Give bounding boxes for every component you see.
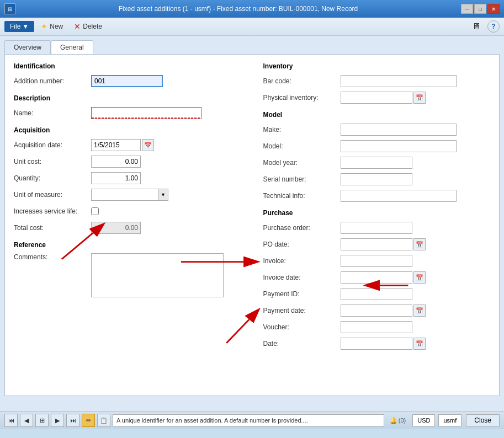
new-button[interactable]: ✦ New bbox=[36, 20, 67, 33]
payment-date-input[interactable] bbox=[341, 305, 412, 317]
total-cost-label: Total cost: bbox=[14, 224, 91, 232]
model-input[interactable] bbox=[341, 140, 457, 152]
payment-date-calendar-button[interactable]: 📅 bbox=[413, 305, 426, 317]
bar-code-input[interactable] bbox=[341, 75, 457, 87]
tab-overview[interactable]: Overview bbox=[4, 40, 51, 54]
close-bottom-button[interactable]: Close bbox=[466, 414, 500, 426]
purchase-order-label: Purchase order: bbox=[263, 224, 341, 232]
purchase-section-title: Purchase bbox=[263, 209, 491, 217]
po-date-label: PO date: bbox=[263, 241, 341, 248]
quantity-input[interactable] bbox=[91, 172, 141, 184]
title-bar: ⊞ Fixed asset additions (1 - usmf) - Fix… bbox=[0, 0, 504, 18]
increases-service-life-label: Increases service life: bbox=[14, 207, 91, 215]
serial-number-input[interactable] bbox=[341, 173, 412, 185]
addition-number-label: Addition number: bbox=[14, 77, 91, 85]
invoice-date-input[interactable] bbox=[341, 271, 412, 284]
close-button[interactable]: ✕ bbox=[487, 4, 500, 14]
nav-edit-button[interactable]: ✏ bbox=[82, 414, 95, 427]
invoice-date-calendar-button[interactable]: 📅 bbox=[413, 271, 426, 284]
notification-bell: 🔔 (0) bbox=[386, 416, 409, 425]
bar-code-row: Bar code: bbox=[263, 74, 491, 88]
po-date-input[interactable] bbox=[341, 238, 412, 250]
nav-first-button[interactable]: ⏮ bbox=[4, 414, 18, 427]
comments-textarea[interactable] bbox=[91, 253, 224, 297]
toolbar: File ▼ ✦ New ✕ Delete 🖥 ? bbox=[0, 18, 504, 36]
date-calendar-button[interactable]: 📅 bbox=[413, 338, 426, 350]
total-cost-row: Total cost: bbox=[14, 221, 241, 234]
unit-of-measure-row: Unit of measure: ▼ bbox=[14, 188, 241, 201]
addition-number-row: Addition number: bbox=[14, 74, 241, 88]
serial-number-row: Serial number: bbox=[263, 173, 491, 186]
physical-inventory-calendar-button[interactable]: 📅 bbox=[413, 92, 426, 104]
app-icon: ⊞ bbox=[4, 3, 15, 14]
window-controls: ─ □ ✕ bbox=[461, 4, 500, 14]
nav-last-button[interactable]: ⏭ bbox=[66, 414, 79, 427]
help-button[interactable]: ? bbox=[487, 20, 500, 33]
monitor-icon-button[interactable]: 🖥 bbox=[468, 20, 485, 33]
delete-label: Delete bbox=[83, 23, 102, 30]
left-column: Identification Addition number: Descript… bbox=[14, 62, 241, 354]
delete-button[interactable]: ✕ Delete bbox=[70, 20, 107, 33]
bell-icon: 🔔 bbox=[390, 417, 397, 424]
model-year-row: Model year: bbox=[263, 156, 491, 169]
right-column: Inventory Bar code: Physical inventory: … bbox=[263, 62, 491, 354]
description-section-title: Description bbox=[14, 94, 241, 102]
maximize-button[interactable]: □ bbox=[474, 4, 486, 14]
unit-of-measure-dropdown-arrow[interactable]: ▼ bbox=[158, 189, 168, 200]
voucher-input[interactable] bbox=[341, 321, 412, 333]
acquisition-section-title: Acquisition bbox=[14, 126, 241, 134]
model-year-input[interactable] bbox=[341, 157, 412, 169]
form-columns: Identification Addition number: Descript… bbox=[14, 62, 490, 354]
bottom-bar: ⏮ ◀ ⊞ ▶ ⏭ ✏ 📋 A unique identifier for an… bbox=[0, 411, 504, 429]
physical-inventory-input[interactable] bbox=[341, 92, 412, 104]
file-arrow: ▼ bbox=[22, 23, 29, 30]
nav-prev-button[interactable]: ◀ bbox=[20, 414, 33, 427]
date-row: Date: 📅 bbox=[263, 337, 491, 350]
invoice-input[interactable] bbox=[341, 255, 412, 267]
total-cost-input bbox=[91, 222, 141, 234]
quantity-row: Quantity: bbox=[14, 172, 241, 185]
nav-copy-button[interactable]: 📋 bbox=[97, 414, 110, 427]
make-input[interactable] bbox=[341, 124, 457, 136]
unit-of-measure-select-wrapper: ▼ bbox=[91, 189, 168, 201]
unit-of-measure-label: Unit of measure: bbox=[14, 191, 91, 199]
tab-bar: Overview General bbox=[4, 40, 500, 54]
unit-cost-input[interactable] bbox=[91, 156, 141, 168]
delete-icon: ✕ bbox=[74, 22, 81, 31]
nav-next-button[interactable]: ▶ bbox=[51, 414, 64, 427]
increases-service-life-row: Increases service life: bbox=[14, 205, 241, 218]
company-indicator: usmf bbox=[438, 414, 461, 426]
payment-id-input[interactable] bbox=[341, 288, 412, 300]
make-label: Make: bbox=[263, 126, 341, 133]
invoice-date-row: Invoice date: 📅 bbox=[263, 271, 491, 284]
payment-date-row: Payment date: 📅 bbox=[263, 304, 491, 317]
acquisition-date-calendar-button[interactable]: 📅 bbox=[142, 139, 154, 151]
date-input[interactable] bbox=[341, 338, 412, 350]
model-section-title: Model bbox=[263, 111, 491, 119]
addition-number-input[interactable] bbox=[91, 75, 163, 87]
name-input[interactable] bbox=[91, 107, 201, 119]
payment-id-label: Payment ID: bbox=[263, 290, 341, 298]
comments-row: Comments: bbox=[14, 253, 241, 297]
invoice-date-label: Invoice date: bbox=[263, 274, 341, 281]
model-row: Model: bbox=[263, 140, 491, 153]
file-menu-button[interactable]: File ▼ bbox=[4, 21, 34, 32]
unit-cost-label: Unit cost: bbox=[14, 158, 91, 165]
status-bar: A unique identifier for an asset additio… bbox=[113, 414, 384, 426]
purchase-order-input[interactable] bbox=[341, 222, 412, 234]
po-date-row: PO date: 📅 bbox=[263, 238, 491, 251]
acquisition-date-label: Acquisition date: bbox=[14, 141, 91, 149]
unit-of-measure-input[interactable] bbox=[92, 189, 158, 200]
tab-general[interactable]: General bbox=[51, 40, 93, 54]
technical-info-label: Technical info: bbox=[263, 192, 341, 200]
acquisition-date-input[interactable] bbox=[91, 139, 141, 151]
po-date-calendar-button[interactable]: 📅 bbox=[413, 238, 426, 250]
nav-grid-button[interactable]: ⊞ bbox=[35, 414, 49, 427]
currency-indicator: USD bbox=[412, 414, 435, 426]
comments-label: Comments: bbox=[14, 253, 91, 261]
minimize-button[interactable]: ─ bbox=[461, 4, 473, 14]
increases-service-life-checkbox[interactable] bbox=[91, 207, 99, 215]
technical-info-input[interactable] bbox=[341, 190, 457, 202]
quantity-label: Quantity: bbox=[14, 174, 91, 182]
physical-inventory-label: Physical inventory: bbox=[263, 94, 341, 102]
